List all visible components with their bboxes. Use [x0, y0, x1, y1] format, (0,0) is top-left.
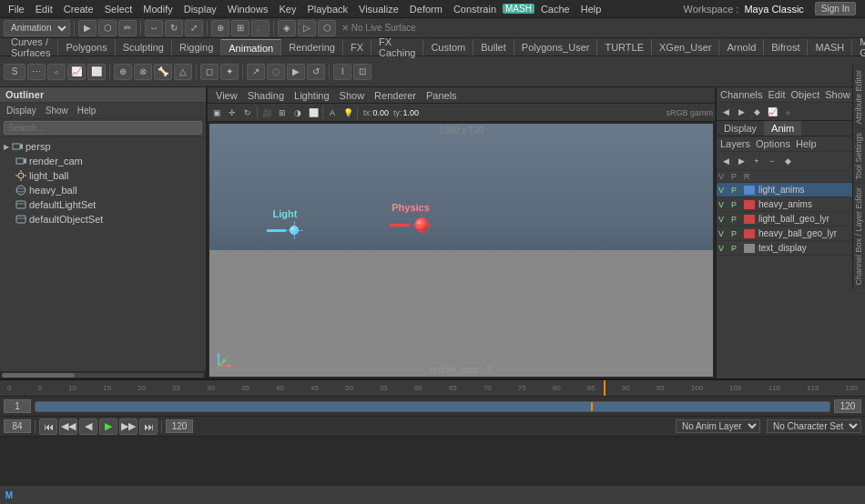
grid-btn[interactable]: ⊞	[231, 20, 249, 36]
list-item[interactable]: defaultLightSet	[2, 197, 204, 212]
heavy-ball-object[interactable]: Physics	[390, 202, 432, 235]
layer-row[interactable]: V P heavy_anims	[717, 197, 865, 212]
play-forward-btn[interactable]: ▶	[99, 418, 117, 435]
shelf-skeleton-btn[interactable]: 🦴	[154, 64, 172, 80]
select-tool-btn[interactable]: ▶	[78, 20, 97, 36]
live-render-btn[interactable]: ▷	[298, 20, 316, 36]
tab-bifrost[interactable]: Bifrost	[764, 39, 808, 55]
ch-curve-btn[interactable]: 📈	[765, 105, 779, 119]
vp-menu-view[interactable]: View	[211, 90, 242, 101]
vp-menu-renderer[interactable]: Renderer	[370, 90, 421, 101]
list-item[interactable]: defaultObjectSet	[2, 212, 204, 227]
ch-next-btn[interactable]: ▶	[734, 105, 748, 119]
object-menu[interactable]: Object	[790, 89, 819, 100]
shelf-skin-btn[interactable]: △	[174, 64, 192, 80]
layers-menu[interactable]: Layers	[720, 138, 750, 149]
vp-menu-lighting[interactable]: Lighting	[290, 90, 334, 101]
shelf-constraint-btn[interactable]: ⊗	[134, 64, 152, 80]
menu-constrain[interactable]: Constrain	[449, 4, 501, 15]
outliner-display-menu[interactable]: Display	[4, 105, 39, 116]
layer-row[interactable]: V P text_display	[717, 241, 865, 256]
next-layer-btn[interactable]: ▶	[734, 154, 748, 168]
add-layer-btn[interactable]: +	[749, 154, 764, 168]
char-set-select[interactable]: No Character Set	[767, 419, 861, 433]
tab-motion-graphics[interactable]: Motion Graphics	[852, 39, 865, 55]
v-flag[interactable]: V	[718, 200, 731, 209]
ipr-btn[interactable]: ⬡	[318, 20, 336, 36]
tab-bullet[interactable]: Bullet	[473, 39, 514, 55]
tab-animation[interactable]: Animation	[221, 39, 281, 55]
prev-anim-layer-btn[interactable]: ⏮	[39, 418, 57, 435]
menu-playback[interactable]: Playback	[302, 4, 352, 15]
next-anim-layer-btn[interactable]: ⏭	[139, 418, 158, 435]
vp-menu-panels[interactable]: Panels	[422, 90, 462, 101]
vp-grid-btn[interactable]: ⊞	[275, 106, 290, 120]
tab-polygons[interactable]: Polygons	[58, 39, 115, 55]
shelf-key-all-btn[interactable]: ⋯	[27, 64, 46, 80]
menu-visualize[interactable]: Visualize	[354, 4, 403, 15]
shelf-ghosting-btn[interactable]: ◌	[267, 64, 285, 80]
shelf-graph-btn[interactable]: 📈	[67, 64, 86, 80]
shelf-breakdown-btn[interactable]: ⬦	[47, 64, 66, 80]
tab-fx[interactable]: FX	[343, 39, 371, 55]
p-flag[interactable]: P	[731, 244, 744, 253]
shelf-ik-btn[interactable]: ⊕	[114, 64, 132, 80]
snap-btn[interactable]: ⊕	[211, 20, 229, 36]
anim-tab[interactable]: Anim	[764, 121, 801, 136]
menu-edit[interactable]: Edit	[31, 4, 57, 15]
ch-breakdown-btn[interactable]: ⬦	[780, 105, 795, 119]
menu-deform[interactable]: Deform	[405, 4, 447, 15]
show-menu[interactable]: Show	[825, 89, 850, 100]
p-flag[interactable]: P	[731, 200, 744, 209]
shelf-cluster-btn[interactable]: ✦	[220, 64, 239, 80]
vp-menu-shading[interactable]: Shading	[243, 90, 289, 101]
menu-cache[interactable]: Cache	[536, 4, 575, 15]
scale-btn[interactable]: ⤢	[185, 20, 203, 36]
vp-wire-btn[interactable]: ⬜	[306, 106, 321, 120]
menu-file[interactable]: File	[4, 4, 29, 15]
shelf-set-key-btn[interactable]: S	[4, 64, 25, 80]
menu-create[interactable]: Create	[59, 4, 98, 15]
ch-prev-btn[interactable]: ◀	[718, 105, 733, 119]
menu-windows[interactable]: Windows	[223, 4, 273, 15]
outliner-hscrollbar[interactable]	[0, 371, 206, 378]
step-forward-btn[interactable]: ▶▶	[119, 418, 137, 435]
camera-btn[interactable]: 🎥	[251, 20, 270, 36]
tab-curves-surfaces[interactable]: Curves / Surfaces	[4, 39, 58, 55]
tab-custom[interactable]: Custom	[423, 39, 473, 55]
light-object[interactable]: Light	[267, 208, 303, 239]
delete-layer-btn[interactable]: −	[765, 154, 779, 168]
p-flag[interactable]: P	[731, 215, 744, 224]
workspace-dropdown[interactable]: Animation	[4, 20, 70, 36]
key-layer-btn[interactable]: ◆	[780, 154, 795, 168]
end-frame-input[interactable]	[166, 419, 193, 433]
tab-polygons-user[interactable]: Polygons_User	[514, 39, 598, 55]
vp-menu-show[interactable]: Show	[335, 90, 370, 101]
menu-help[interactable]: Help	[576, 4, 606, 15]
shelf-motiontrl-btn[interactable]: ↗	[247, 64, 265, 80]
timeslider[interactable]	[35, 401, 830, 412]
vp-move-btn[interactable]: ✛	[225, 106, 239, 120]
vp-aa-btn[interactable]: A	[325, 106, 340, 120]
mash-badge[interactable]: MASH	[503, 4, 534, 14]
prev-layer-btn[interactable]: ◀	[718, 154, 733, 168]
start-frame-input[interactable]	[4, 419, 31, 433]
menu-select[interactable]: Select	[100, 4, 137, 15]
menu-key[interactable]: Key	[274, 4, 300, 15]
edit-menu[interactable]: Edit	[768, 89, 785, 100]
options-menu[interactable]: Options	[756, 138, 790, 149]
shelf-deformer-btn[interactable]: ◻	[200, 64, 219, 80]
tab-turtle[interactable]: TURTLE	[597, 39, 652, 55]
shelf-playblast-btn[interactable]: ▶	[287, 64, 305, 80]
list-item[interactable]: render_cam	[2, 154, 204, 168]
shelf-nonlinear-btn[interactable]: ⌇	[333, 64, 351, 80]
attribute-editor-tab[interactable]: Attribute Editor	[853, 66, 865, 128]
outliner-show-menu[interactable]: Show	[43, 105, 71, 116]
tab-fx-caching[interactable]: FX Caching	[371, 39, 423, 55]
lasso-tool-btn[interactable]: ⬡	[98, 20, 117, 36]
render-btn[interactable]: ◈	[278, 20, 296, 36]
timeline-ruler[interactable]: 0 5 10 15 20 25 30 35 40 45 50 55 60 65 …	[0, 380, 865, 397]
vp-shade-btn[interactable]: ◑	[290, 106, 305, 120]
display-tab[interactable]: Display	[717, 121, 764, 136]
anim-layer-select[interactable]: No Anim Layer	[676, 419, 760, 433]
